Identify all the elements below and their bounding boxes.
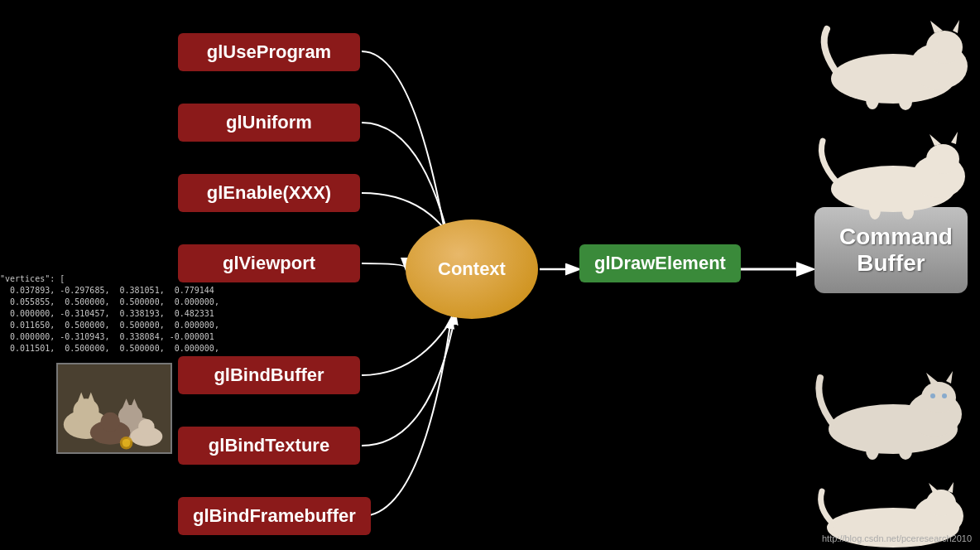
svg-point-13 (138, 419, 154, 435)
svg-marker-38 (946, 371, 953, 384)
gl-use-program-box: glUseProgram (178, 33, 360, 71)
svg-point-24 (899, 94, 912, 110)
cat-figure-3 (810, 355, 976, 462)
svg-marker-29 (951, 132, 958, 144)
gl-enable-box: glEnable(XXX) (178, 174, 360, 212)
cat-figure-2 (810, 123, 976, 222)
svg-point-17 (122, 439, 131, 447)
svg-point-27 (926, 144, 959, 174)
svg-point-40 (899, 443, 912, 460)
svg-point-23 (866, 89, 879, 109)
gl-uniform-box: glUniform (178, 104, 360, 142)
cat-figure-1 (810, 12, 976, 112)
cat-thumbnail (56, 363, 172, 454)
svg-marker-37 (926, 373, 939, 384)
url-watermark: http://blog.csdn.net/pceresearch2010 (822, 533, 972, 543)
svg-marker-22 (953, 20, 959, 33)
svg-marker-44 (929, 483, 939, 493)
svg-point-43 (926, 490, 956, 516)
gl-draw-element-box: glDrawElement (579, 244, 741, 282)
svg-point-34 (921, 382, 956, 413)
gl-bind-buffer-box: glBindBuffer (178, 356, 360, 394)
gl-bind-framebuffer-box: glBindFramebuffer (178, 497, 371, 535)
svg-marker-28 (930, 134, 941, 146)
svg-point-5 (73, 398, 98, 422)
svg-point-31 (902, 205, 914, 220)
svg-point-30 (869, 201, 881, 220)
diagram-container: glUseProgram glUniform glEnable(XXX) glV… (0, 0, 980, 550)
vertex-data-text: "vertices": [ 0.037893, -0.297685, 0.381… (0, 273, 219, 355)
svg-marker-45 (948, 482, 954, 493)
context-ellipse: Context (406, 220, 538, 319)
svg-point-20 (926, 31, 963, 64)
svg-point-36 (942, 393, 947, 398)
svg-point-15 (100, 412, 119, 432)
svg-point-35 (930, 393, 935, 398)
gl-bind-texture-box: glBindTexture (178, 427, 360, 465)
svg-point-39 (866, 440, 879, 460)
